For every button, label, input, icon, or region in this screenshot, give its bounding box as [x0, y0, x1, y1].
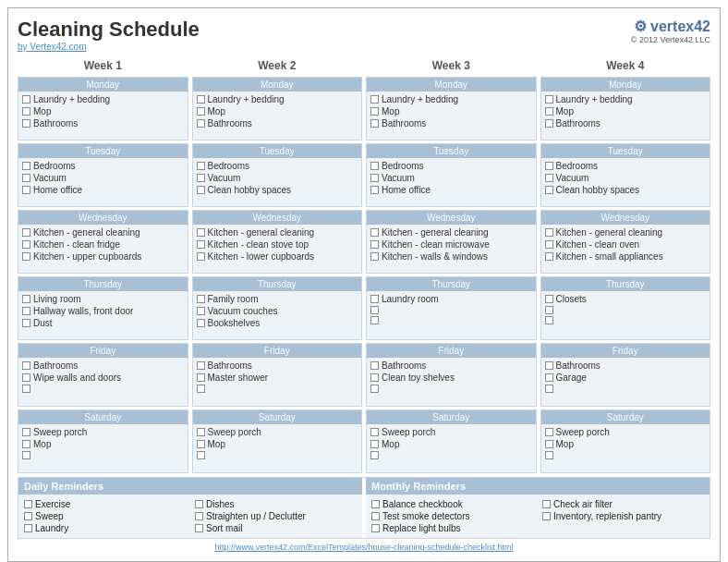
- checkbox[interactable]: [22, 228, 30, 237]
- week-col-2: Week 2MondayLaundry + beddingMopBathroom…: [192, 57, 363, 473]
- list-item: Dishes: [195, 498, 357, 510]
- checkbox[interactable]: [371, 512, 380, 520]
- checkbox[interactable]: [22, 95, 30, 104]
- checkbox[interactable]: [197, 95, 205, 104]
- checkbox[interactable]: [197, 240, 205, 249]
- checkbox[interactable]: [545, 428, 553, 436]
- checkbox[interactable]: [197, 162, 205, 170]
- checkbox[interactable]: [22, 174, 30, 182]
- checkbox[interactable]: [370, 252, 379, 261]
- checkbox[interactable]: [542, 500, 551, 508]
- checkbox[interactable]: [22, 107, 30, 116]
- checkbox[interactable]: [22, 162, 30, 170]
- list-item: [370, 315, 532, 325]
- checkbox[interactable]: [197, 186, 205, 194]
- checkbox[interactable]: [370, 240, 379, 249]
- list-item: Bathrooms: [22, 360, 184, 372]
- checkbox[interactable]: [197, 440, 205, 448]
- checkbox[interactable]: [545, 316, 553, 324]
- checkbox[interactable]: [545, 361, 553, 370]
- list-item: Check air filter: [542, 498, 704, 510]
- checkbox[interactable]: [542, 512, 551, 520]
- checkbox[interactable]: [197, 319, 205, 327]
- checkbox[interactable]: [22, 385, 30, 393]
- checkbox[interactable]: [370, 316, 379, 324]
- checkbox[interactable]: [545, 240, 553, 249]
- checkbox[interactable]: [22, 295, 30, 303]
- item-label: Laundry + bedding: [556, 94, 633, 104]
- checkbox[interactable]: [545, 373, 553, 382]
- checkbox[interactable]: [197, 228, 205, 237]
- checkbox[interactable]: [370, 107, 379, 116]
- checkbox[interactable]: [370, 295, 379, 303]
- checkbox[interactable]: [22, 240, 30, 249]
- checkbox[interactable]: [22, 428, 30, 436]
- checkbox[interactable]: [545, 228, 553, 237]
- checkbox[interactable]: [197, 373, 205, 382]
- checkbox[interactable]: [545, 119, 553, 128]
- day-block-w4-saturday: SaturdaySweep porchMop: [540, 409, 711, 473]
- list-item: Bedrooms: [545, 160, 707, 172]
- checkbox[interactable]: [195, 524, 203, 532]
- checkbox[interactable]: [197, 307, 205, 315]
- checkbox[interactable]: [370, 440, 379, 448]
- checkbox[interactable]: [22, 373, 30, 382]
- checkbox[interactable]: [370, 228, 379, 237]
- checkbox[interactable]: [370, 428, 379, 436]
- checkbox[interactable]: [22, 319, 30, 327]
- day-block-w1-friday: FridayBathroomsWipe walls and doors: [18, 343, 188, 407]
- checkbox[interactable]: [545, 174, 553, 182]
- checkbox[interactable]: [545, 451, 553, 459]
- checkbox[interactable]: [545, 95, 553, 104]
- checkbox[interactable]: [197, 385, 205, 393]
- checkbox[interactable]: [545, 295, 553, 303]
- checkbox[interactable]: [22, 252, 30, 261]
- checkbox[interactable]: [197, 451, 205, 459]
- checkbox[interactable]: [22, 307, 30, 315]
- checkbox[interactable]: [197, 119, 205, 128]
- checkbox[interactable]: [545, 162, 553, 170]
- checkbox[interactable]: [197, 428, 205, 436]
- checkbox[interactable]: [195, 512, 203, 520]
- item-label: Bedrooms: [556, 161, 599, 171]
- checkbox[interactable]: [197, 174, 205, 182]
- item-label: Bathrooms: [382, 118, 426, 128]
- checkbox[interactable]: [22, 119, 30, 128]
- checkbox[interactable]: [545, 306, 553, 314]
- checkbox[interactable]: [370, 162, 379, 170]
- checkbox[interactable]: [24, 512, 32, 520]
- checkbox[interactable]: [197, 252, 205, 261]
- checkbox[interactable]: [370, 95, 379, 104]
- item-label: Bedrooms: [382, 161, 424, 171]
- checkbox[interactable]: [545, 107, 553, 116]
- item-label: Garage: [556, 373, 587, 383]
- checkbox[interactable]: [370, 451, 379, 459]
- checkbox[interactable]: [370, 361, 379, 370]
- checkbox[interactable]: [197, 107, 205, 116]
- checkbox[interactable]: [197, 361, 205, 370]
- item-label: Bookshelves: [208, 318, 261, 328]
- checkbox[interactable]: [22, 451, 30, 459]
- checkbox[interactable]: [371, 524, 380, 532]
- checkbox[interactable]: [195, 500, 203, 508]
- checkbox[interactable]: [545, 385, 553, 393]
- day-block-w1-saturday: SaturdaySweep porchMop: [18, 409, 188, 473]
- item-label: Balance checkbook: [382, 499, 463, 509]
- checkbox[interactable]: [370, 306, 379, 314]
- checkbox[interactable]: [371, 500, 380, 508]
- checkbox[interactable]: [22, 186, 30, 194]
- checkbox[interactable]: [545, 440, 553, 448]
- checkbox[interactable]: [370, 119, 379, 128]
- checkbox[interactable]: [24, 524, 32, 532]
- checkbox[interactable]: [545, 252, 553, 261]
- page: Cleaning Schedule by Vertex42.com ⚙ vert…: [7, 7, 721, 562]
- checkbox[interactable]: [197, 295, 205, 303]
- checkbox[interactable]: [370, 186, 379, 194]
- checkbox[interactable]: [370, 174, 379, 182]
- checkbox[interactable]: [370, 385, 379, 393]
- checkbox[interactable]: [22, 361, 30, 370]
- checkbox[interactable]: [370, 373, 379, 382]
- checkbox[interactable]: [22, 440, 30, 448]
- checkbox[interactable]: [24, 500, 32, 508]
- checkbox[interactable]: [545, 186, 553, 194]
